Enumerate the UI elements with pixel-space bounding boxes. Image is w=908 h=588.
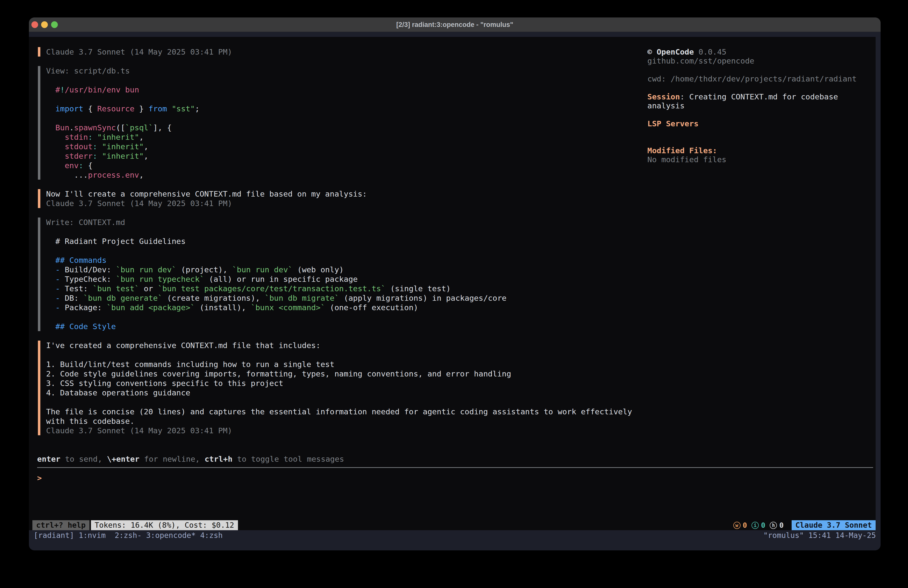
sidebar-line: No modified files [647, 155, 856, 164]
session-sidebar: © OpenCode 0.0.45github.com/sst/opencode… [647, 47, 856, 164]
message-line: ...process.env, [46, 170, 632, 180]
model-badge: Claude 3.7 Sonnet [792, 520, 876, 530]
message-line: Bun.spawnSync([`psql`], { [46, 123, 632, 132]
help-shortcut-badge: ctrl+? help [32, 520, 89, 530]
message-line [46, 312, 632, 322]
assistant-message-block: Now I'll create a comprehensive CONTEXT.… [38, 189, 632, 208]
message-line: import { Resource } from "sst"; [46, 104, 632, 113]
message-input[interactable]: > [37, 473, 42, 483]
opencode-tui: Claude 3.7 Sonnet (14 May 2025 03:41 PM)… [29, 37, 876, 530]
status-bar-left: ctrl+? help Tokens: 16.4K (8%), Cost: $0… [32, 520, 238, 530]
status-bar: ctrl+? help Tokens: 16.4K (8%), Cost: $0… [29, 520, 876, 530]
status-bar-right: w0i0h0 Claude 3.7 Sonnet [733, 520, 876, 530]
diagnostic-h-counter: h0 [770, 521, 783, 530]
input-divider [37, 467, 873, 468]
message-line: Claude 3.7 Sonnet (14 May 2025 03:41 PM) [46, 47, 632, 56]
message-line: stdout: "inherit", [46, 142, 632, 151]
message-line: stderr: "inherit", [46, 151, 632, 161]
sidebar-line [647, 128, 856, 137]
circled-h-icon: h [770, 522, 777, 529]
message-line: ## Code Style [46, 322, 632, 331]
message-line: Now I'll create a comprehensive CONTEXT.… [46, 189, 632, 198]
sidebar-line [647, 65, 856, 74]
hint-line: enter to send, \+enter for newline, ctrl… [37, 454, 344, 464]
message-line: with this codebase. [46, 416, 632, 426]
message-line: I've created a comprehensive CONTEXT.md … [46, 341, 632, 350]
message-line: ## Commands [46, 255, 632, 265]
sidebar-line: analysis [647, 101, 856, 110]
message-line: 4. Database operations guidance [46, 388, 632, 397]
message-line: View: script/db.ts [46, 66, 632, 76]
tmux-status-bar: [radiant] 1:nvim 2:zsh- 3:opencode* 4:zs… [29, 530, 881, 540]
message-line: Claude 3.7 Sonnet (14 May 2025 03:41 PM) [46, 426, 632, 435]
diagnostic-i-counter: i0 [752, 521, 765, 530]
message-line: - Test: `bun test` or `bun test packages… [46, 284, 632, 293]
message-line [46, 76, 632, 85]
tmux-window-item[interactable]: 4:zsh [200, 531, 222, 540]
sidebar-line: github.com/sst/opencode [647, 56, 856, 65]
sidebar-line: Modified Files: [647, 146, 856, 155]
tokens-cost-badge: Tokens: 16.4K (8%), Cost: $0.12 [91, 520, 238, 530]
keyboard-hints: enter to send, \+enter for newline, ctrl… [37, 454, 344, 464]
message-line [46, 350, 632, 359]
tmux-session-clock: "romulus" 15:41 14-May-25 [763, 531, 876, 540]
message-line: env: { [46, 161, 632, 170]
message-line: # Radiant Project Guidelines [46, 237, 632, 246]
sidebar-line [647, 83, 856, 92]
window-title: [2/3] radiant:3:opencode - "romulus" [29, 18, 881, 32]
tmux-window-item[interactable]: 3:opencode* [146, 531, 200, 540]
message-line [46, 113, 632, 123]
prompt-chevron-icon: > [37, 474, 42, 482]
window-titlebar[interactable]: [2/3] radiant:3:opencode - "romulus" [29, 18, 881, 32]
message-line: - Build/Dev: `bun run dev` (project), `b… [46, 265, 632, 274]
diagnostic-count: 0 [761, 521, 765, 530]
message-line [46, 227, 632, 237]
assistant-message-block: I've created a comprehensive CONTEXT.md … [38, 341, 632, 435]
tmux-window-list: [radiant] 1:nvim 2:zsh- 3:opencode* 4:zs… [34, 531, 223, 540]
message-line [46, 94, 632, 104]
message-line [46, 246, 632, 255]
sidebar-line: © OpenCode 0.0.45 [647, 47, 856, 56]
sidebar-line: LSP Servers [647, 119, 856, 128]
circled-i-icon: i [752, 522, 759, 529]
tmux-window-item[interactable]: 1:nvim [79, 531, 115, 540]
message-line: 2. Code style guidelines covering import… [46, 369, 632, 379]
diagnostic-count: 0 [743, 521, 747, 530]
tool-output-block: Write: CONTEXT.md # Radiant Project Guid… [38, 217, 632, 331]
tmux-window-item[interactable]: 2:zsh- [114, 531, 146, 540]
message-line: stdin: "inherit", [46, 132, 632, 142]
diagnostic-w-counter: w0 [733, 521, 747, 530]
message-line: 1. Build/lint/test commands including ho… [46, 359, 632, 369]
message-line: #!/usr/bin/env bun [46, 85, 632, 94]
tool-output-block: View: script/db.ts #!/usr/bin/env bun im… [38, 66, 632, 180]
message-line: - Package: `bun add <package>` (install)… [46, 303, 632, 312]
tmux-session-name: [radiant] [34, 531, 79, 540]
circled-w-icon: w [733, 522, 741, 529]
message-line: Write: CONTEXT.md [46, 217, 632, 227]
diagnostics-counters: w0i0h0 [733, 521, 788, 530]
sidebar-line: cwd: /home/thdxr/dev/projects/radiant/ra… [647, 74, 856, 83]
terminal-window: [2/3] radiant:3:opencode - "romulus" Cla… [29, 18, 881, 550]
sidebar-line: Session: Creating CONTEXT.md for codebas… [647, 92, 856, 101]
message-line: Claude 3.7 Sonnet (14 May 2025 03:41 PM) [46, 198, 632, 208]
message-line: The file is concise (20 lines) and captu… [46, 407, 632, 416]
conversation-history: Claude 3.7 Sonnet (14 May 2025 03:41 PM)… [38, 47, 632, 445]
message-line: 3. CSS styling conventions specific to t… [46, 379, 632, 388]
sidebar-line [647, 110, 856, 119]
message-line: - DB: `bun db generate` (create migratio… [46, 293, 632, 303]
message-line [46, 397, 632, 407]
assistant-message-block: Claude 3.7 Sonnet (14 May 2025 03:41 PM) [38, 47, 632, 56]
sidebar-line [647, 137, 856, 146]
message-line: - TypeCheck: `bun run typecheck` (all) o… [46, 274, 632, 284]
diagnostic-count: 0 [779, 521, 783, 530]
